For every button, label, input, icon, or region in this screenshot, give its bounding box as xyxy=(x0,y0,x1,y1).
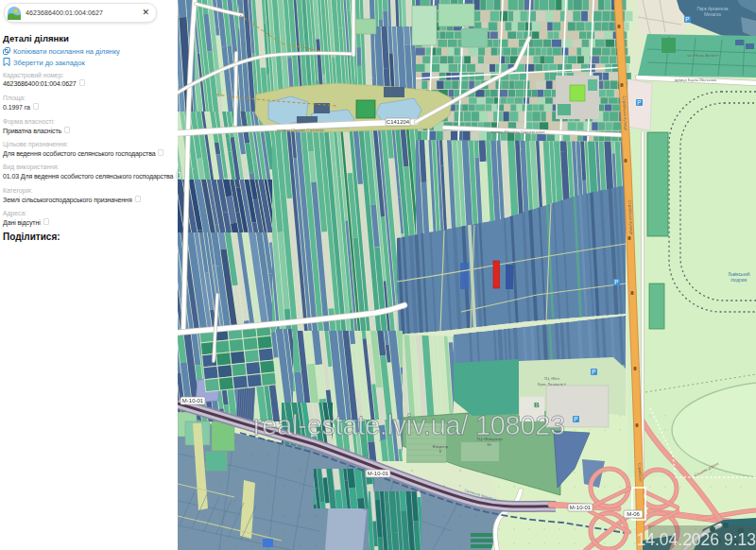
svg-text:Львівський: Львівський xyxy=(728,271,750,277)
svg-text:С141204: С141204 xyxy=(387,119,410,125)
svg-text:P: P xyxy=(592,369,595,375)
svg-text:М-06: М-06 xyxy=(627,511,640,517)
svg-text:ТЦ «Кінг: ТЦ «Кінг xyxy=(544,376,560,381)
svg-text:вулиця Михайла Грушевського: вулиця Михайла Грушевського xyxy=(490,129,545,134)
svg-text:P: P xyxy=(614,279,618,285)
svg-text:P: P xyxy=(574,416,577,422)
svg-text:жк «Нова Англія»: жк «Нова Англія» xyxy=(687,53,719,58)
svg-text:14.04.2026 9:13: 14.04.2026 9:13 xyxy=(636,530,756,549)
svg-text:вулиця Карла Мікльоша: вулиця Карла Мікльоша xyxy=(675,77,717,82)
svg-text:real-estate.lviv.ua/ 108023: real-estate.lviv.ua/ 108023 xyxy=(253,410,565,440)
svg-text:Парк Архангела: Парк Архангела xyxy=(696,7,729,11)
svg-text:B: B xyxy=(534,401,540,409)
svg-text:вулиця Січових Стрільців: вулиця Січових Стрільців xyxy=(277,128,324,132)
svg-text:P: P xyxy=(685,16,689,23)
svg-text:К»: К» xyxy=(488,442,493,447)
svg-text:М-10-01: М-10-01 xyxy=(182,398,204,404)
svg-text:іподром: іподром xyxy=(731,278,747,283)
svg-text:Михаїла: Михаїла xyxy=(704,12,721,17)
svg-text:М-10-01: М-10-01 xyxy=(368,471,389,476)
svg-text:М-10-01: М-10-01 xyxy=(570,505,592,510)
svg-text:P: P xyxy=(637,99,641,106)
svg-text:Крос Леополіс»: Крос Леополіс» xyxy=(538,382,567,387)
